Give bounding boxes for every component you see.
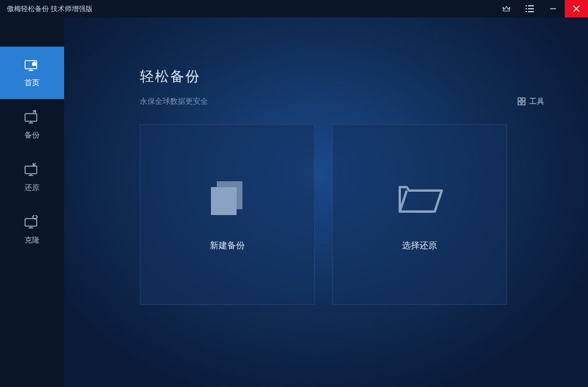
card-select-restore[interactable]: 选择还原 [332, 124, 507, 305]
svg-rect-0 [526, 5, 527, 6]
sidebar-item-label: 还原 [24, 182, 40, 193]
restore-icon [24, 163, 40, 177]
titlebar-controls [495, 0, 588, 17]
menu-icon [526, 5, 534, 12]
clone-icon [24, 215, 40, 229]
minimize-button[interactable] [541, 0, 565, 17]
sidebar-item-backup[interactable]: 备份 [0, 99, 64, 152]
sidebar-item-label: 克隆 [24, 235, 40, 245]
svg-rect-3 [528, 8, 534, 9]
main-content: 轻松备份 永保全球数据更安全 工具 [64, 17, 588, 387]
svg-rect-2 [526, 8, 527, 9]
svg-rect-15 [25, 166, 37, 174]
sidebar-item-home[interactable]: 首页 [0, 47, 64, 99]
crown-icon [502, 5, 510, 12]
main-header: 轻松备份 [140, 67, 544, 86]
minimize-icon [550, 5, 557, 12]
card-new-backup[interactable]: 新建备份 [140, 124, 315, 305]
crown-button[interactable] [495, 0, 518, 17]
sidebar-item-restore[interactable]: 还原 [0, 152, 64, 204]
svg-rect-4 [526, 11, 527, 12]
titlebar: 傲梅轻松备份 技术师增强版 [0, 0, 588, 17]
restore-folder-icon [396, 178, 443, 220]
svg-rect-1 [528, 5, 534, 6]
close-icon [573, 5, 580, 12]
home-icon [24, 58, 40, 72]
app-title: 傲梅轻松备份 技术师增强版 [7, 4, 93, 14]
sidebar-item-clone[interactable]: 克隆 [0, 204, 64, 256]
sidebar-item-label: 首页 [24, 78, 40, 88]
sidebar-item-label: 备份 [24, 130, 40, 140]
svg-rect-23 [522, 98, 525, 101]
tools-label: 工具 [529, 96, 544, 107]
card-label: 选择还原 [402, 240, 437, 251]
svg-rect-24 [518, 102, 521, 105]
backup-icon [24, 110, 40, 124]
close-button[interactable] [565, 0, 588, 17]
svg-rect-22 [518, 98, 521, 101]
page-subtitle: 永保全球数据更安全 [140, 96, 208, 107]
svg-rect-27 [211, 187, 237, 215]
sub-row: 永保全球数据更安全 工具 [140, 96, 544, 107]
tools-link[interactable]: 工具 [517, 96, 544, 107]
new-backup-icon [204, 178, 251, 220]
svg-rect-25 [522, 102, 525, 105]
cards-row: 新建备份 选择还原 [140, 124, 544, 305]
svg-rect-5 [528, 11, 534, 12]
grid-icon [517, 97, 526, 105]
menu-button[interactable] [518, 0, 541, 17]
sidebar: 首页 备份 还原 [0, 17, 64, 387]
page-title: 轻松备份 [140, 67, 544, 86]
card-label: 新建备份 [210, 240, 245, 251]
svg-rect-12 [25, 114, 37, 121]
